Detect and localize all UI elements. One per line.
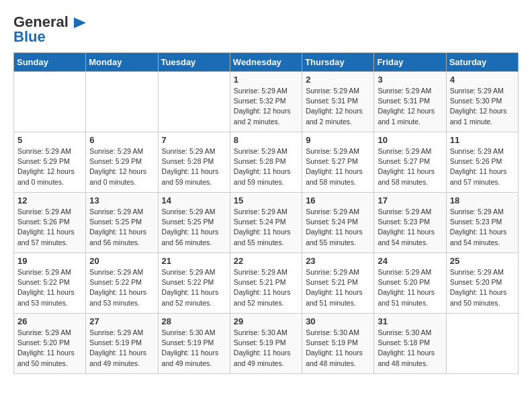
header-thursday: Thursday — [302, 53, 374, 72]
day-number: 21 — [162, 256, 226, 266]
day-number: 24 — [378, 256, 442, 266]
day-number: 8 — [234, 135, 298, 145]
day-info: Sunrise: 5:29 AM Sunset: 5:20 PM Dayligh… — [17, 328, 82, 369]
day-number: 15 — [234, 195, 298, 205]
day-number: 30 — [306, 316, 370, 326]
day-number: 11 — [450, 135, 515, 145]
calendar-cell: 9Sunrise: 5:29 AM Sunset: 5:27 PM Daylig… — [302, 132, 374, 193]
day-number: 18 — [450, 195, 515, 205]
calendar-week-row: 1Sunrise: 5:29 AM Sunset: 5:32 PM Daylig… — [14, 72, 519, 132]
day-info: Sunrise: 5:29 AM Sunset: 5:26 PM Dayligh… — [450, 146, 515, 187]
day-info: Sunrise: 5:29 AM Sunset: 5:30 PM Dayligh… — [450, 86, 515, 127]
day-number: 28 — [162, 316, 226, 326]
day-info: Sunrise: 5:29 AM Sunset: 5:19 PM Dayligh… — [89, 328, 154, 369]
calendar-cell: 7Sunrise: 5:29 AM Sunset: 5:28 PM Daylig… — [158, 132, 230, 193]
day-info: Sunrise: 5:29 AM Sunset: 5:28 PM Dayligh… — [162, 146, 226, 187]
day-info: Sunrise: 5:29 AM Sunset: 5:25 PM Dayligh… — [89, 207, 154, 248]
calendar-cell: 30Sunrise: 5:30 AM Sunset: 5:19 PM Dayli… — [302, 314, 374, 374]
calendar-cell: 4Sunrise: 5:29 AM Sunset: 5:30 PM Daylig… — [446, 72, 518, 132]
logo-arrow-icon — [74, 17, 86, 28]
header-tuesday: Tuesday — [158, 53, 230, 72]
day-info: Sunrise: 5:29 AM Sunset: 5:20 PM Dayligh… — [450, 267, 515, 308]
day-number: 3 — [378, 75, 442, 85]
calendar-cell: 28Sunrise: 5:30 AM Sunset: 5:19 PM Dayli… — [158, 314, 230, 374]
day-number: 4 — [450, 75, 515, 85]
day-number: 27 — [89, 316, 154, 326]
calendar-cell: 2Sunrise: 5:29 AM Sunset: 5:31 PM Daylig… — [302, 72, 374, 132]
calendar-cell: 12Sunrise: 5:29 AM Sunset: 5:26 PM Dayli… — [14, 193, 86, 253]
day-number: 6 — [89, 135, 154, 145]
calendar-cell: 18Sunrise: 5:29 AM Sunset: 5:23 PM Dayli… — [446, 193, 518, 253]
day-number: 26 — [17, 316, 82, 326]
day-info: Sunrise: 5:29 AM Sunset: 5:21 PM Dayligh… — [306, 267, 370, 308]
calendar-cell: 1Sunrise: 5:29 AM Sunset: 5:32 PM Daylig… — [230, 72, 302, 132]
svg-marker-0 — [74, 17, 86, 28]
calendar-cell: 11Sunrise: 5:29 AM Sunset: 5:26 PM Dayli… — [446, 132, 518, 193]
calendar-cell: 25Sunrise: 5:29 AM Sunset: 5:20 PM Dayli… — [446, 253, 518, 314]
day-info: Sunrise: 5:29 AM Sunset: 5:27 PM Dayligh… — [306, 146, 370, 187]
calendar-cell — [158, 72, 230, 132]
day-number: 9 — [306, 135, 370, 145]
day-info: Sunrise: 5:29 AM Sunset: 5:24 PM Dayligh… — [306, 207, 370, 248]
calendar-cell: 16Sunrise: 5:29 AM Sunset: 5:24 PM Dayli… — [302, 193, 374, 253]
day-info: Sunrise: 5:29 AM Sunset: 5:29 PM Dayligh… — [17, 146, 82, 187]
calendar-cell — [86, 72, 158, 132]
calendar-cell: 6Sunrise: 5:29 AM Sunset: 5:29 PM Daylig… — [86, 132, 158, 193]
day-number: 16 — [306, 195, 370, 205]
calendar-week-row: 5Sunrise: 5:29 AM Sunset: 5:29 PM Daylig… — [14, 132, 519, 193]
day-info: Sunrise: 5:29 AM Sunset: 5:32 PM Dayligh… — [234, 86, 298, 127]
header-sunday: Sunday — [14, 53, 86, 72]
calendar-cell: 17Sunrise: 5:29 AM Sunset: 5:23 PM Dayli… — [374, 193, 446, 253]
day-number: 10 — [378, 135, 442, 145]
day-number: 25 — [450, 256, 515, 266]
logo: General Blue — [13, 13, 86, 46]
day-info: Sunrise: 5:29 AM Sunset: 5:23 PM Dayligh… — [378, 207, 442, 248]
calendar-cell: 19Sunrise: 5:29 AM Sunset: 5:22 PM Dayli… — [14, 253, 86, 314]
calendar-cell: 29Sunrise: 5:30 AM Sunset: 5:19 PM Dayli… — [230, 314, 302, 374]
day-number: 13 — [89, 195, 154, 205]
day-info: Sunrise: 5:29 AM Sunset: 5:27 PM Dayligh… — [378, 146, 442, 187]
calendar-cell: 23Sunrise: 5:29 AM Sunset: 5:21 PM Dayli… — [302, 253, 374, 314]
day-info: Sunrise: 5:29 AM Sunset: 5:23 PM Dayligh… — [450, 207, 515, 248]
day-number: 19 — [17, 256, 82, 266]
calendar-cell: 27Sunrise: 5:29 AM Sunset: 5:19 PM Dayli… — [86, 314, 158, 374]
calendar-cell: 3Sunrise: 5:29 AM Sunset: 5:31 PM Daylig… — [374, 72, 446, 132]
day-info: Sunrise: 5:29 AM Sunset: 5:20 PM Dayligh… — [378, 267, 442, 308]
logo-blue-text: Blue — [13, 28, 46, 46]
day-number: 7 — [162, 135, 226, 145]
page-header: General Blue — [13, 13, 519, 46]
calendar-cell: 14Sunrise: 5:29 AM Sunset: 5:25 PM Dayli… — [158, 193, 230, 253]
day-info: Sunrise: 5:29 AM Sunset: 5:31 PM Dayligh… — [306, 86, 370, 127]
day-number: 1 — [234, 75, 298, 85]
calendar-table: SundayMondayTuesdayWednesdayThursdayFrid… — [13, 52, 519, 374]
day-info: Sunrise: 5:29 AM Sunset: 5:29 PM Dayligh… — [89, 146, 154, 187]
calendar-cell — [446, 314, 518, 374]
header-saturday: Saturday — [446, 53, 518, 72]
calendar-cell — [14, 72, 86, 132]
calendar-week-row: 12Sunrise: 5:29 AM Sunset: 5:26 PM Dayli… — [14, 193, 519, 253]
day-number: 2 — [306, 75, 370, 85]
calendar-cell: 26Sunrise: 5:29 AM Sunset: 5:20 PM Dayli… — [14, 314, 86, 374]
calendar-cell: 5Sunrise: 5:29 AM Sunset: 5:29 PM Daylig… — [14, 132, 86, 193]
day-number: 20 — [89, 256, 154, 266]
day-info: Sunrise: 5:29 AM Sunset: 5:21 PM Dayligh… — [234, 267, 298, 308]
calendar-week-row: 26Sunrise: 5:29 AM Sunset: 5:20 PM Dayli… — [14, 314, 519, 374]
calendar-cell: 24Sunrise: 5:29 AM Sunset: 5:20 PM Dayli… — [374, 253, 446, 314]
day-info: Sunrise: 5:29 AM Sunset: 5:28 PM Dayligh… — [234, 146, 298, 187]
day-number: 5 — [17, 135, 82, 145]
calendar-cell: 22Sunrise: 5:29 AM Sunset: 5:21 PM Dayli… — [230, 253, 302, 314]
day-info: Sunrise: 5:30 AM Sunset: 5:19 PM Dayligh… — [162, 328, 226, 369]
calendar-cell: 13Sunrise: 5:29 AM Sunset: 5:25 PM Dayli… — [86, 193, 158, 253]
calendar-week-row: 19Sunrise: 5:29 AM Sunset: 5:22 PM Dayli… — [14, 253, 519, 314]
day-number: 17 — [378, 195, 442, 205]
calendar-header-row: SundayMondayTuesdayWednesdayThursdayFrid… — [14, 53, 519, 72]
day-info: Sunrise: 5:30 AM Sunset: 5:18 PM Dayligh… — [378, 328, 442, 369]
day-info: Sunrise: 5:29 AM Sunset: 5:26 PM Dayligh… — [17, 207, 82, 248]
header-friday: Friday — [374, 53, 446, 72]
header-wednesday: Wednesday — [230, 53, 302, 72]
day-info: Sunrise: 5:29 AM Sunset: 5:24 PM Dayligh… — [234, 207, 298, 248]
day-info: Sunrise: 5:29 AM Sunset: 5:25 PM Dayligh… — [162, 207, 226, 248]
day-number: 14 — [162, 195, 226, 205]
day-info: Sunrise: 5:29 AM Sunset: 5:31 PM Dayligh… — [378, 86, 442, 127]
day-info: Sunrise: 5:29 AM Sunset: 5:22 PM Dayligh… — [17, 267, 82, 308]
